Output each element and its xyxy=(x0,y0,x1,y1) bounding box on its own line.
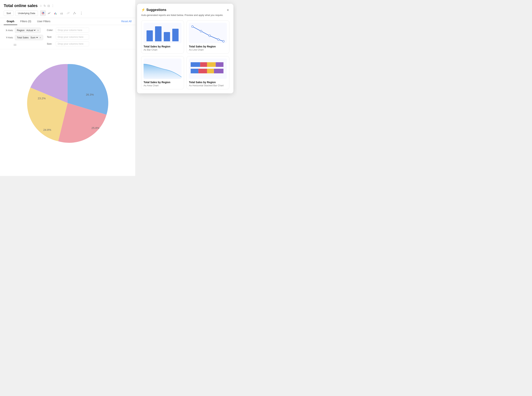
yaxis-agg-select[interactable]: Sum xyxy=(30,36,39,39)
chart-options-row: ⚌ xyxy=(4,42,43,47)
line-chart-preview xyxy=(189,23,227,43)
tab-filters[interactable]: Filters (0) xyxy=(17,18,34,25)
xaxis-agg-select[interactable]: Actual xyxy=(26,29,36,32)
svg-rect-28 xyxy=(214,69,223,73)
svg-rect-21 xyxy=(191,62,200,67)
xaxis-tag[interactable]: Region Actual × xyxy=(15,28,41,33)
tab-user-filters[interactable]: User Filters xyxy=(34,18,53,25)
toolbar: Sort Underlying Data xyxy=(0,10,135,18)
svg-rect-4 xyxy=(61,13,62,14)
yaxis-tag[interactable]: Total Sales Sum × xyxy=(15,35,43,40)
line-card-type: As Line Chart xyxy=(189,48,227,51)
suggestions-grid: Total Sales by Region As Bar Chart Total… xyxy=(141,20,229,89)
suggestions-description: Auto-generated reports are listed below.… xyxy=(141,13,229,17)
xaxis-field: Region xyxy=(17,29,24,32)
svg-point-17 xyxy=(200,30,202,32)
svg-point-10 xyxy=(69,12,70,13)
underlying-data-button[interactable]: Underlying Data xyxy=(15,11,38,16)
svg-point-8 xyxy=(68,13,68,13)
suggestion-card-area[interactable]: Total Sales by Region As Area Chart xyxy=(141,56,184,89)
bar-chart-icon[interactable] xyxy=(53,10,58,16)
main-panel: Total online sales ☆ ↻ ⊟ ⋮ Sort Underlyi… xyxy=(0,0,135,176)
yaxis-row: Y-Axis: Total Sales Sum × xyxy=(4,35,43,40)
bar-preview-bar-1 xyxy=(146,30,153,41)
save-icon[interactable]: ⊟ xyxy=(47,4,50,8)
suggestion-card-bar[interactable]: Total Sales by Region As Bar Chart xyxy=(141,20,184,53)
tab-graph[interactable]: Graph xyxy=(4,18,17,25)
suggestions-title: Suggestions xyxy=(146,8,166,12)
grouped-bar-icon[interactable] xyxy=(59,10,65,16)
stacked-preview-svg xyxy=(189,58,227,79)
suggestions-header: ⚡ Suggestions × xyxy=(141,8,229,12)
area-preview-svg xyxy=(144,58,181,79)
bar-preview-bar-4 xyxy=(172,29,179,41)
suggestions-close-button[interactable]: × xyxy=(226,8,229,12)
toolbar-more-button[interactable]: ⋮ xyxy=(79,11,84,16)
line-preview-svg xyxy=(189,23,227,43)
pie-label-2: 25.8% xyxy=(92,126,99,129)
scatter-icon[interactable] xyxy=(65,10,71,16)
line-chart-icon[interactable] xyxy=(47,10,52,16)
svg-point-7 xyxy=(67,13,68,14)
pie-chart-svg: 26.3% 25.8% 24.8% 23.2% xyxy=(23,58,112,147)
refresh-icon[interactable]: ↻ xyxy=(44,4,46,8)
svg-point-19 xyxy=(217,39,219,40)
axis-controls: X-Axis: Region Actual × Y-Axis: Total Sa… xyxy=(0,25,135,49)
bar-card-type: As Bar Chart xyxy=(144,48,181,51)
suggestions-panel: ⚡ Suggestions × Auto-generated reports a… xyxy=(137,4,234,93)
chart-area: 26.3% 25.8% 24.8% 23.2% xyxy=(0,49,135,157)
svg-rect-3 xyxy=(61,13,61,14)
pie-label-3: 24.8% xyxy=(43,128,51,131)
header-icons: ☆ ↻ ⊟ ⋮ xyxy=(40,4,54,8)
line-card-name: Total Sales by Region xyxy=(189,45,227,48)
chart-type-icons xyxy=(40,10,77,16)
axis-left-col: X-Axis: Region Actual × Y-Axis: Total Sa… xyxy=(4,28,43,47)
color-drop-zone[interactable]: Drop your column here xyxy=(56,28,89,33)
size-row: Size: Drop your columns here xyxy=(47,41,132,46)
chart-options-icon[interactable]: ⚌ xyxy=(13,42,17,47)
bar-preview-bar-2 xyxy=(155,26,161,41)
svg-rect-6 xyxy=(62,13,63,14)
pie-label-1: 26.3% xyxy=(86,93,94,96)
xaxis-row: X-Axis: Region Actual × xyxy=(4,28,43,33)
svg-point-20 xyxy=(223,40,224,42)
suggestions-icon: ⚡ xyxy=(141,8,145,12)
area-chart-preview xyxy=(144,58,181,79)
svg-rect-27 xyxy=(207,69,214,73)
svg-point-9 xyxy=(69,13,69,14)
svg-rect-0 xyxy=(54,13,55,14)
sort-button[interactable]: Sort xyxy=(4,11,14,16)
yaxis-remove-icon[interactable]: × xyxy=(40,36,41,39)
suggestions-title-row: ⚡ Suggestions xyxy=(141,8,166,12)
header: Total online sales ☆ ↻ ⊟ ⋮ xyxy=(0,0,135,10)
yaxis-label: Y-Axis: xyxy=(4,36,13,39)
text-drop-zone[interactable]: Drop your columns here xyxy=(56,35,89,40)
svg-rect-22 xyxy=(200,62,207,67)
pie-label-4: 23.2% xyxy=(38,97,46,100)
xaxis-label: X-Axis: xyxy=(4,29,13,32)
bar-card-name: Total Sales by Region xyxy=(144,45,181,48)
star-icon[interactable]: ☆ xyxy=(40,4,42,8)
pie-chart-icon[interactable] xyxy=(40,10,46,16)
size-label: Size: xyxy=(47,42,54,45)
suggestion-card-stacked[interactable]: Total Sales by Region As Horizontal Stac… xyxy=(187,56,229,89)
text-label: Text: xyxy=(47,35,54,38)
bar-preview-bar-3 xyxy=(164,32,170,41)
color-label: Color: xyxy=(47,29,54,31)
svg-rect-23 xyxy=(207,62,216,67)
svg-rect-5 xyxy=(62,12,62,14)
svg-point-18 xyxy=(209,35,210,37)
reset-all-button[interactable]: Reset All xyxy=(121,18,132,25)
text-row: Text: Drop your columns here xyxy=(47,35,132,40)
page-title: Total online sales xyxy=(4,3,38,8)
svg-rect-24 xyxy=(216,62,223,67)
size-drop-zone[interactable]: Drop your columns here xyxy=(56,41,89,46)
more-icon[interactable]: ⋮ xyxy=(51,4,54,8)
xaxis-remove-icon[interactable]: × xyxy=(37,29,39,32)
stacked-card-name: Total Sales by Region xyxy=(189,81,227,84)
stacked-chart-preview xyxy=(189,58,227,79)
svg-rect-25 xyxy=(191,69,198,73)
suggestion-card-line[interactable]: Total Sales by Region As Line Chart xyxy=(187,20,229,53)
network-icon[interactable] xyxy=(72,10,77,16)
svg-rect-2 xyxy=(56,13,57,14)
